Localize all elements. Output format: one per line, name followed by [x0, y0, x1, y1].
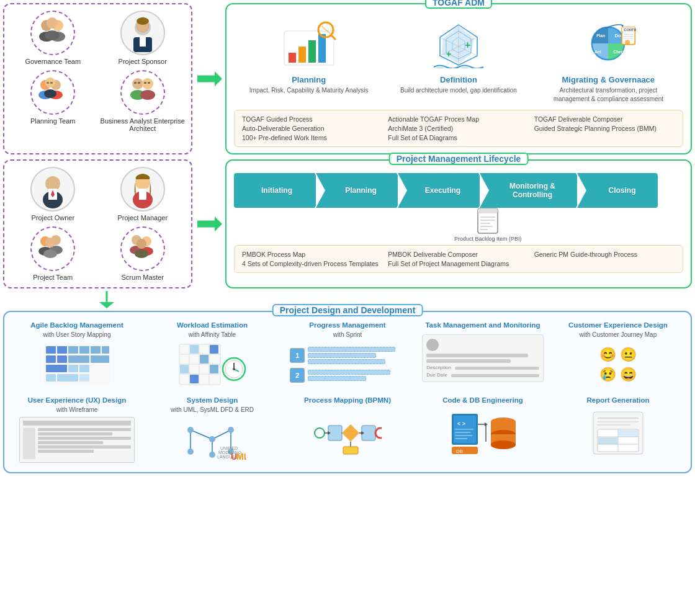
- agile-backlog-visual: [13, 342, 141, 388]
- svg-point-21: [132, 78, 143, 89]
- system-title: System Design: [187, 396, 238, 405]
- togaf-arrow: [197, 3, 222, 154]
- planning-team-card: Planning Team: [11, 70, 96, 132]
- task-title: Task Management and Monitoring: [425, 321, 540, 330]
- report-visual-container: [554, 410, 682, 457]
- togaf-title: TOGAF ADM: [425, 0, 492, 9]
- svg-point-130: [209, 436, 215, 442]
- workload-chart: [178, 343, 246, 386]
- down-arrow-icon: [99, 291, 114, 308]
- svg-marker-29: [197, 71, 222, 86]
- togaf-definition-phase: + + Definition Build architecture model,…: [397, 16, 521, 95]
- svg-text:UNIFIED: UNIFIED: [220, 446, 238, 450]
- svg-point-170: [491, 440, 516, 449]
- agile-backlog-title: Agile Backlog Management: [30, 321, 123, 330]
- project-owner-label: Project Owner: [31, 214, 74, 221]
- system-sub: with UML, SysML DFD & ERD: [171, 406, 254, 413]
- project-sponsor-icon: [123, 14, 162, 52]
- svg-marker-79: [197, 216, 222, 231]
- task-desc-line: [455, 367, 539, 370]
- togaf-feature-2: TOGAF Deliverable Composer: [534, 115, 675, 123]
- workload-title: Workload Estimation: [177, 321, 248, 330]
- svg-rect-102: [79, 365, 89, 372]
- svg-rect-99: [91, 355, 109, 363]
- svg-point-71: [45, 238, 55, 248]
- svg-point-132: [187, 449, 194, 455]
- svg-rect-116: [180, 365, 189, 373]
- togaf-phases: Planning Impact, Risk, Capability & Matu…: [234, 16, 683, 104]
- project-sponsor-card: Project Sponsor: [101, 11, 186, 65]
- agile-backlog-item: Agile Backlog Management with User Story…: [13, 321, 141, 388]
- sprint-2-card: 2: [290, 368, 405, 383]
- togaf-features: TOGAF Guided Process Actionable TOGAF Pr…: [234, 110, 683, 147]
- sprint-1-date: 1: [290, 348, 305, 363]
- togaf-feature-5: Guided Strategic Planning Process (BMM): [534, 125, 675, 132]
- pbi-label: Product Backlog Item (PBI): [454, 236, 522, 242]
- svg-point-26: [140, 90, 155, 100]
- pbi-container: Product Backlog Item (PBI): [454, 207, 522, 242]
- task-duedate-label: Due Date: [426, 372, 447, 378]
- design-title: Project Design and Development: [272, 304, 423, 316]
- svg-rect-115: [210, 345, 218, 354]
- svg-rect-98: [68, 355, 89, 363]
- sprint-2-bars: [308, 370, 405, 381]
- wf-content: [23, 428, 130, 459]
- wf-line-4: [38, 441, 103, 444]
- svg-point-5: [45, 30, 60, 40]
- main-container: Governance Team: [3, 3, 692, 473]
- togaf-feature-6: 100+ Pre-defined Work Items: [242, 134, 383, 141]
- governance-team-icon: [34, 14, 71, 51]
- progress-item: Progress Management with Sprint 1: [284, 321, 411, 388]
- code-item: Code & DB Engineering < >: [419, 396, 547, 463]
- svg-point-12: [137, 17, 149, 25]
- svg-point-72: [43, 249, 57, 258]
- svg-rect-93: [79, 346, 89, 354]
- svg-rect-94: [91, 346, 101, 354]
- svg-rect-23: [134, 82, 137, 84]
- pm-feature-1: PMBOK Deliverable Composer: [388, 251, 529, 258]
- svg-line-124: [191, 430, 212, 439]
- togaf-feature-0: TOGAF Guided Process: [242, 115, 383, 123]
- project-sponsor-label: Project Sponsor: [119, 58, 167, 65]
- svg-text:DB: DB: [456, 449, 463, 454]
- svg-marker-142: [342, 424, 359, 442]
- pm-people-panel: Project Owner Project Manager: [3, 159, 192, 288]
- code-title: Code & DB Engineering: [442, 396, 523, 405]
- project-team-icon: [34, 230, 71, 267]
- wf-line-1: [38, 428, 130, 431]
- svg-rect-113: [190, 345, 199, 354]
- svg-rect-117: [210, 365, 218, 373]
- project-owner-avatar: [30, 167, 75, 212]
- svg-point-4: [47, 17, 58, 29]
- svg-rect-32: [298, 47, 306, 63]
- svg-rect-180: [619, 430, 638, 437]
- sprint-1-card: 1: [290, 347, 405, 364]
- svg-rect-81: [478, 208, 498, 213]
- svg-rect-33: [308, 40, 316, 63]
- business-analyst-label: Business Analyst Enterprise Architect: [101, 117, 186, 132]
- planning-team-icon: [34, 74, 71, 111]
- progress-visual: 1 2: [284, 342, 411, 388]
- svg-text:CONTRACT: CONTRACT: [624, 28, 637, 32]
- svg-rect-24: [138, 82, 140, 84]
- emoji-3: 😢: [599, 367, 616, 383]
- togaf-people-panel: Governance Team: [3, 3, 192, 154]
- svg-rect-179: [598, 437, 617, 444]
- lifecycle-wrapper: Initiating Planning Executing Monitoring…: [234, 173, 683, 208]
- svg-rect-66: [139, 189, 146, 200]
- task-visual-container: Description Due Date: [419, 335, 547, 382]
- planning-team-avatar: [30, 70, 75, 115]
- agile-backlog-chart: [43, 343, 111, 386]
- pm-feature-2: Generic PM Guide-through Process: [534, 251, 675, 258]
- migrating-icon: Do Check Act Plan: [580, 19, 636, 68]
- customer-visual: 😊 😐 😢 😄: [554, 342, 682, 388]
- project-team-card: Project Team: [11, 226, 96, 281]
- pm-right-arrow-icon: [197, 215, 222, 233]
- emoji-4: 😄: [620, 367, 637, 383]
- design-section: Project Design and Development Agile Bac…: [3, 311, 692, 473]
- togaf-migrating-title: Migrating & Governaace: [562, 75, 655, 84]
- customer-item: Customer Experience Design with Customer…: [554, 321, 682, 388]
- svg-point-59: [625, 40, 630, 45]
- bpmn-diagram: [313, 411, 382, 455]
- svg-rect-152: [343, 447, 358, 454]
